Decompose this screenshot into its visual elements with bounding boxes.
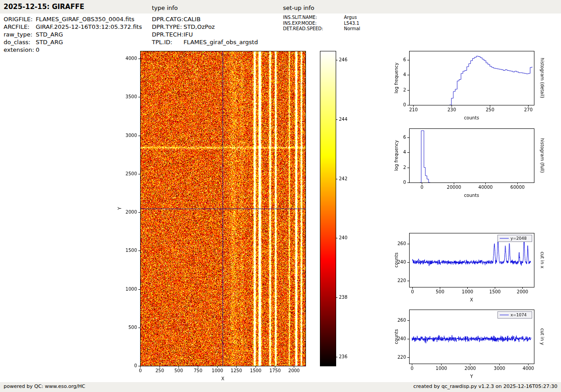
file-info-label: raw_type:: [4, 31, 34, 38]
type-info-label: DPR.TYPE:: [152, 23, 182, 31]
file-info-label: ARCFILE:: [4, 23, 34, 31]
file-info-value: GIRAF.2025-12-16T03:12:05.372.fits: [36, 23, 142, 30]
type-info-value: FLAMES_giraf_obs_argstd: [183, 39, 258, 46]
type-info-heading: type info: [152, 5, 178, 11]
header-bar: 2025-12-15: GIRAFFE type info set-up inf…: [0, 0, 561, 14]
type-info-row: DPR.CATG: CALIB: [152, 15, 258, 23]
setup-info-row: DET.READ.SPEED: Normal: [283, 26, 360, 32]
file-info-row: ARCFILE: GIRAF.2025-12-16T03:12:05.372.f…: [4, 23, 142, 31]
histogram-detail-plot: [387, 45, 561, 123]
type-info-value: STD,OzPoz: [183, 23, 215, 30]
type-info-row: DPR.TECH: IFU: [152, 31, 258, 38]
type-info-label: DPR.TECH:: [152, 31, 182, 38]
setup-info-value: Argus: [344, 15, 357, 20]
type-info-value: CALIB: [183, 16, 201, 23]
setup-info-value: L543.1: [344, 21, 359, 26]
file-info-row: ORIGFILE: FLAMES_GIRAF_OBS350_0004.fits: [4, 15, 142, 23]
cut-in-x-plot: [387, 227, 561, 305]
footer-right-text: created by qc_rawdisp.py v1.2.3 on 2025-…: [413, 383, 557, 389]
type-info-label: DPR.CATG:: [152, 15, 182, 23]
setup-info-label: INS.EXP.MODE:: [283, 21, 342, 27]
file-info-value: STD_ARG: [36, 31, 63, 38]
colorbar: [315, 45, 360, 383]
setup-info-block: INS.SLIT.NAME: Argus INS.EXP.MODE: L543.…: [283, 15, 360, 32]
setup-info-row: INS.EXP.MODE: L543.1: [283, 21, 360, 27]
type-info-block: DPR.CATG: CALIB DPR.TYPE: STD,OzPoz DPR.…: [152, 15, 258, 46]
type-info-value: IFU: [183, 31, 193, 38]
type-info-row: DPR.TYPE: STD,OzPoz: [152, 23, 258, 31]
footer-left-text: powered by QC: www.eso.org/HC: [4, 383, 85, 389]
file-info-value: 0: [36, 46, 39, 53]
setup-info-row: INS.SLIT.NAME: Argus: [283, 15, 360, 21]
histogram-full-plot: [387, 123, 561, 200]
file-info-value: FLAMES_GIRAF_OBS350_0004.fits: [36, 16, 134, 23]
cut-in-y-plot: [387, 304, 561, 381]
raw-image-plot: [113, 45, 316, 383]
setup-info-heading: set-up info: [283, 5, 315, 11]
page-title: 2025-12-15: GIRAFFE: [4, 3, 84, 11]
file-info-value: STD_ARG: [36, 39, 63, 46]
file-info-label: extension:: [4, 46, 34, 54]
setup-info-label: DET.READ.SPEED:: [283, 26, 342, 32]
file-info-row: raw_type: STD_ARG: [4, 31, 142, 38]
setup-info-label: INS.SLIT.NAME:: [283, 15, 342, 21]
setup-info-value: Normal: [344, 26, 360, 31]
file-info-label: ORIGFILE:: [4, 15, 34, 23]
file-info-label: do_class:: [4, 38, 34, 46]
